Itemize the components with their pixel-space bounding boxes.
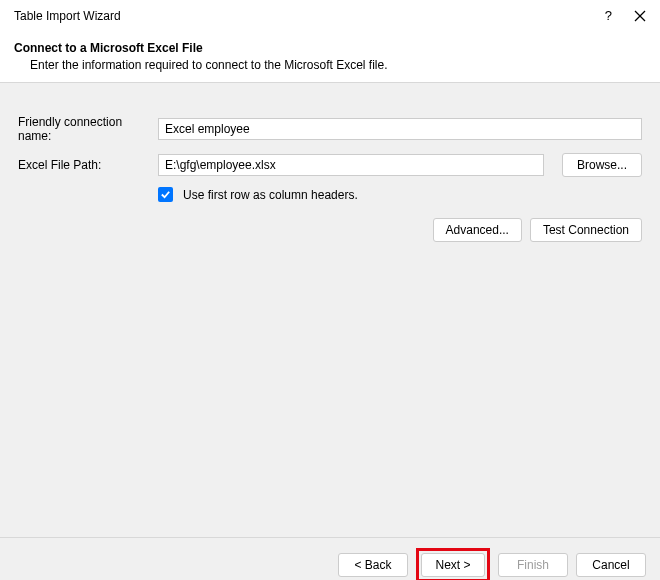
title-bar: Table Import Wizard ? [0, 0, 660, 29]
friendly-name-row: Friendly connection name: [18, 115, 642, 143]
page-description: Enter the information required to connec… [14, 58, 646, 72]
header-section: Connect to a Microsoft Excel File Enter … [0, 29, 660, 83]
finish-button: Finish [498, 553, 568, 577]
close-icon[interactable] [634, 10, 646, 22]
aux-buttons: Advanced... Test Connection [18, 218, 642, 242]
friendly-name-label: Friendly connection name: [18, 115, 158, 143]
friendly-name-input[interactable] [158, 118, 642, 140]
first-row-headers-checkbox[interactable] [158, 187, 173, 202]
file-path-label: Excel File Path: [18, 158, 158, 172]
title-buttons: ? [605, 8, 646, 23]
form-area: Friendly connection name: Excel File Pat… [0, 83, 660, 538]
footer-bar: < Back Next > Finish Cancel [0, 538, 660, 580]
cancel-button[interactable]: Cancel [576, 553, 646, 577]
help-icon[interactable]: ? [605, 8, 612, 23]
next-button[interactable]: Next > [421, 553, 485, 577]
advanced-button[interactable]: Advanced... [433, 218, 522, 242]
back-button[interactable]: < Back [338, 553, 408, 577]
next-highlight: Next > [416, 548, 490, 580]
file-path-input[interactable] [158, 154, 544, 176]
test-connection-button[interactable]: Test Connection [530, 218, 642, 242]
window-title: Table Import Wizard [14, 9, 121, 23]
file-path-row: Excel File Path: Browse... [18, 153, 642, 177]
header-checkbox-row: Use first row as column headers. [158, 187, 642, 202]
first-row-headers-label: Use first row as column headers. [183, 188, 358, 202]
page-title: Connect to a Microsoft Excel File [14, 41, 646, 55]
browse-button[interactable]: Browse... [562, 153, 642, 177]
